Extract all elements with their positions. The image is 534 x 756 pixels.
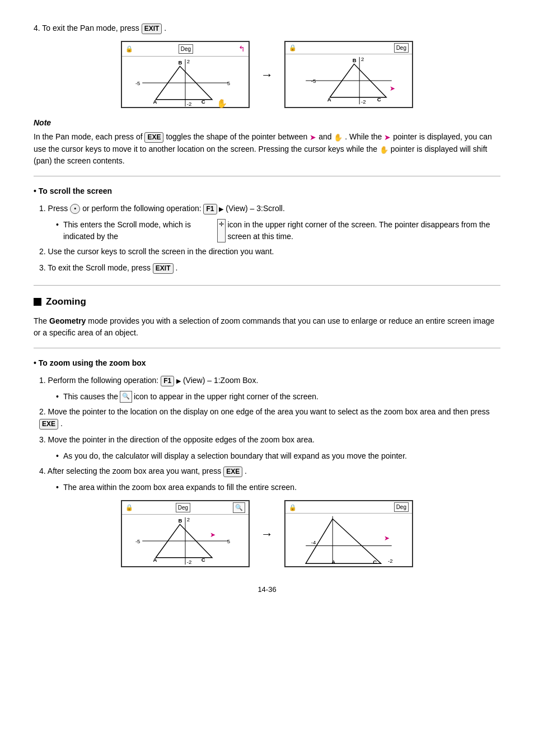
note-text1: In the Pan mode, each press of [34,132,144,141]
divider3 [34,348,500,348]
note-text3: . While the [345,132,384,141]
step1-bullet-text2: icon in the upper right corner of the sc… [227,219,500,242]
pan-cursor-icon: ↰ [238,43,245,55]
svg-text:-2: -2 [187,101,192,107]
bullet-dot4: • [56,482,59,493]
calc-screen-zoom-before: 🔒 Deg 🔍 -5 5 2 -2 B A C [121,500,250,567]
zoom-step1-text: 1. Perform the following operation: [39,376,158,385]
zoom-bullet-text1: This causes the [63,391,118,403]
svg-text:C: C [377,96,381,102]
step1-triangle: ▶ [219,206,223,212]
zoom-step1-bullet: • This causes the 🔍 icon to appear in th… [34,391,500,403]
exit-key-scroll: EXIT [153,263,174,274]
lock-icon-zoom-right: 🔒 [289,503,297,512]
arrow-between-zoom: → [261,525,273,543]
svg-marker-36 [306,519,381,564]
divider1 [34,176,500,176]
zoom-step3-bullet-text: As you do, the calculator will display a… [63,450,407,462]
zoom-icon: 🔍 [120,391,132,403]
note-block: Note In the Pan mode, each press of EXE … [34,117,500,167]
svg-text:-2: -2 [187,559,192,565]
bullet-dot3: • [56,450,59,462]
note-text2: toggles the shape of the pointer between [166,132,310,141]
svg-text:-5: -5 [311,78,316,84]
zoom-triangle: ▶ [176,377,181,384]
top-bar-left: 🔒 Deg ↰ [122,42,249,57]
svg-text:-5: -5 [135,538,140,544]
pointer-hand-icon: ✋ [334,133,343,142]
svg-text:-5: -5 [135,80,140,86]
zoom-step4-period: . [245,466,247,475]
exit-key: EXIT [142,24,162,34]
zoom-step4-bullet-text: The area within the zoom box area expand… [63,482,297,493]
scroll-section: • To scroll the screen 1. Press • or per… [34,185,500,274]
zoom-bullet-text2: icon to appear in the upper right corner… [134,391,318,403]
svg-text:➤: ➤ [210,531,216,539]
dot-key: • [70,204,80,214]
f1-key: F1 [203,204,217,214]
exe-key-zoom4: EXE [223,466,242,477]
step1-or: or perform the following operation: [82,204,203,213]
svg-text:5: 5 [227,80,230,86]
calc-screen-zoom-after: 🔒 Deg -4 -2 A C ➤ [284,500,413,567]
zoom-step4: 4. After selecting the zoom box area you… [34,465,500,477]
svg-text:2: 2 [361,56,364,62]
step1-num: 1. Press [39,204,70,213]
exe-key-zoom2: EXE [39,419,58,430]
lock-icon-right: 🔒 [289,43,297,53]
deg-label-right: Deg [394,43,409,53]
zoom-box-icon: 🔍 [233,502,245,513]
zoom-box-heading: • To zoom using the zoom box [34,357,500,369]
top-bar-zoom-right: 🔒 Deg [285,501,412,514]
zoom-graph-svg-right: -4 -2 A C ➤ [285,514,412,566]
screen-content-zoom-left: -5 5 2 -2 B A C ➤ [122,515,249,567]
bullet-dot2: • [56,391,59,403]
arrow-between-pan: → [261,66,273,84]
scroll-heading: • To scroll the screen [34,185,500,197]
svg-text:➤: ➤ [384,534,390,542]
top-bar-zoom-left: 🔒 Deg 🔍 [122,501,249,515]
zoom-graph-svg-left: -5 5 2 -2 B A C ➤ [122,515,249,567]
zooming-title-text: Zooming [46,295,86,309]
f1-key-zoom: F1 [161,376,174,386]
scroll-step2: 2. Use the cursor keys to scroll the scr… [34,246,500,258]
black-square-icon [34,298,41,306]
deg-label-zoom-right: Deg [394,502,409,512]
zoom-step4-bullet: • The area within the zoom box area expa… [34,482,500,493]
svg-text:➤: ➤ [390,85,395,92]
zoom-step2-period: . [60,419,63,428]
screen-content-zoom-right: -4 -2 A C ➤ [285,514,412,566]
svg-text:A: A [327,96,331,102]
top-bar-right: 🔒 Deg [285,42,412,54]
lock-icon-zoom-left: 🔒 [125,503,133,512]
zoom-step3-bullet: • As you do, the calculator will display… [34,450,500,462]
divider2 [34,285,500,286]
step1-view: (View) – 3:Scroll. [226,204,285,213]
svg-text:A: A [331,559,335,566]
pointer-hand2: ✋ [380,145,388,153]
zoom-step3-text: 3. Move the pointer in the direction of … [39,435,315,444]
zoom-step4-text: 4. After selecting the zoom box area you… [39,466,221,475]
svg-text:C: C [202,99,205,105]
zoom-box-section: • To zoom using the zoom box 1. Perform … [34,357,500,567]
note-title: Note [34,117,500,129]
svg-text:-4: -4 [311,539,316,545]
graph-svg-left: -5 5 2 -2 B A C ✋ [122,57,249,109]
step2-text: 2. Use the cursor keys to scroll the scr… [39,247,274,256]
step3-period: . [175,263,177,272]
svg-text:B: B [353,57,357,63]
pointer-arrow-icon: ➤ [310,133,316,142]
page-number: 14-36 [34,584,500,595]
svg-text:2: 2 [187,58,190,64]
step4-line: 4. To exit the Pan mode, press EXIT . [34,22,500,34]
screen-content-left: -5 5 2 -2 B A C ✋ [122,57,249,109]
zoom-step3: 3. Move the pointer in the direction of … [34,434,500,446]
svg-text:✋: ✋ [217,98,228,109]
deg-label-zoom-left: Deg [176,503,190,512]
scroll-step3: 3. To exit the Scroll mode, press EXIT . [34,262,500,274]
step4-text: 4. To exit the Pan mode, press [34,24,139,32]
screen-content-right: -5 2 -2 B A C ➤ [285,54,412,107]
lock-icon: 🔒 [125,44,133,54]
zooming-title-row: Zooming [34,295,500,309]
zoom-step2-text: 2. Move the pointer to the location on t… [39,407,490,416]
